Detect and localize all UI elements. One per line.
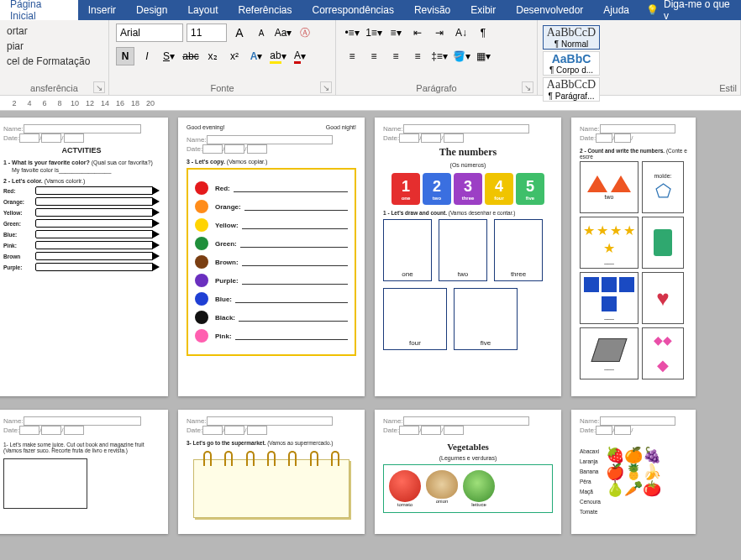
tab-inserir[interactable]: Inserir xyxy=(78,0,126,20)
indent-button[interactable]: ⇥ xyxy=(430,24,449,42)
cut-button[interactable]: ortar xyxy=(7,24,102,39)
style-corpo[interactable]: AaBbC ¶ Corpo d... xyxy=(543,51,600,76)
draw-grid: one two three four five xyxy=(383,219,553,350)
bullets-button[interactable]: •≡▾ xyxy=(343,24,361,42)
ruler-tick: 18 xyxy=(128,99,143,107)
greetings: Good evening!Good night! xyxy=(187,124,356,130)
ruler[interactable]: 2 4 6 8 10 12 14 16 18 20 xyxy=(0,96,741,111)
clear-formatting-button[interactable]: Ⓐ xyxy=(296,24,314,42)
style-normal[interactable]: AaBbCcD ¶ Normal xyxy=(543,25,600,50)
tab-correspondencias[interactable]: Correspondências xyxy=(302,0,404,20)
align-left-button[interactable]: ≡ xyxy=(343,47,361,65)
subscript-button[interactable]: x₂ xyxy=(203,47,222,65)
numbers-title: The numbers xyxy=(383,146,553,159)
strike-button[interactable]: abc xyxy=(181,47,200,65)
strike-icon: abc xyxy=(182,50,198,62)
ruler-tick: 10 xyxy=(67,99,82,107)
q-draw: 1 - Let's draw and count. (Vamos desenha… xyxy=(383,210,553,216)
veg-title: Vegetables xyxy=(383,442,553,452)
case-icon: Aa xyxy=(275,27,287,39)
justify-button[interactable]: ≡ xyxy=(408,47,427,65)
borders-button[interactable]: ▦▾ xyxy=(474,47,492,65)
sort-icon: A↓ xyxy=(455,27,467,39)
veg-grid: tomato onion lettuce xyxy=(383,464,553,513)
page-header: Name: Date:// xyxy=(580,416,687,435)
document-workspace[interactable]: Name: Date:// ACTVITIES 1 - What is your… xyxy=(0,111,741,560)
style-paragraf[interactable]: AaBbCcD ¶ Parágraf... xyxy=(543,77,600,102)
font-launcher[interactable]: ↘ xyxy=(320,81,332,93)
ribbon-tabs: Página Inicial Inserir Design Layout Ref… xyxy=(0,0,741,20)
pilcrow-icon: ¶ xyxy=(481,27,486,39)
page-thumb-fruits[interactable]: Name: Date:// AbacaxiLaranjaBanana PêraM… xyxy=(571,410,696,534)
bulb-icon: 💡 xyxy=(646,4,659,16)
style-normal-label: ¶ Normal xyxy=(554,39,588,49)
tab-revisao[interactable]: Revisão xyxy=(404,0,460,20)
highlight-button[interactable]: ab▾ xyxy=(269,47,287,65)
align-right-button[interactable]: ≡ xyxy=(386,47,405,65)
ruler-tick: 6 xyxy=(37,99,52,107)
tab-exibir[interactable]: Exibir xyxy=(460,0,506,20)
underline-icon: S xyxy=(163,50,170,62)
change-case-button[interactable]: Aa▾ xyxy=(274,24,292,42)
shrink-font-button[interactable]: A xyxy=(252,24,271,42)
page-header: Name: Date:// xyxy=(187,416,356,435)
tab-referencias[interactable]: Referências xyxy=(228,0,302,20)
q3: 3 - Let's copy. (Vamos copiar.) xyxy=(187,159,356,165)
tell-me[interactable]: 💡 Diga-me o que v xyxy=(639,0,741,22)
tab-desenvolvedor[interactable]: Desenvolvedor xyxy=(506,0,593,20)
text-effects-button[interactable]: A▾ xyxy=(247,47,265,65)
ruler-tick: 4 xyxy=(22,99,37,107)
font-color-button[interactable]: A▾ xyxy=(291,47,309,65)
page-thumb-colors[interactable]: Good evening!Good night! Name: Date:// 3… xyxy=(178,118,365,396)
q-count: 2 - Count and write the numbers. (Conte … xyxy=(580,148,687,160)
show-marks-button[interactable]: ¶ xyxy=(474,24,492,42)
clipboard-launcher[interactable]: ↘ xyxy=(93,81,105,93)
copy-button[interactable]: piar xyxy=(7,39,102,54)
style-paragraf-label: ¶ Parágraf... xyxy=(549,92,595,101)
shading-button[interactable]: 🪣▾ xyxy=(452,47,470,65)
page-thumb-juice[interactable]: Name: Date:// 1- Let's make some juice. … xyxy=(0,410,168,534)
ruler-tick: 16 xyxy=(113,99,128,107)
line-spacing-button[interactable]: ‡≡▾ xyxy=(430,47,449,65)
multilevel-icon: ≡ xyxy=(390,27,396,39)
q-super: 3- Let's go to the supermarket. (Vamos a… xyxy=(187,440,356,446)
align-center-button[interactable]: ≡ xyxy=(365,47,383,65)
paragraph-launcher[interactable]: ↘ xyxy=(522,81,533,93)
a1: My favoite color is________________ xyxy=(12,167,160,173)
superscript-button[interactable]: x² xyxy=(225,47,244,65)
page-header: Name: Date:// xyxy=(3,416,160,435)
page-thumb-activities[interactable]: Name: Date:// ACTVITIES 1 - What is your… xyxy=(0,118,168,396)
font-color-icon: A xyxy=(294,50,301,64)
numbering-button[interactable]: 1≡▾ xyxy=(365,24,383,42)
page-thumb-shapes[interactable]: Name: Date:// 2 - Count and write the nu… xyxy=(571,118,696,396)
page-thumb-numbers[interactable]: Name: Date:// The numbers (Os números) 1… xyxy=(375,118,561,396)
grow-font-button[interactable]: A xyxy=(230,24,249,42)
page-header: Name: Date:// xyxy=(383,416,553,435)
eraser-icon: Ⓐ xyxy=(300,26,310,40)
q2: 2 - Let's color. (Vamos colorir.) xyxy=(3,178,160,184)
font-size-combo[interactable] xyxy=(187,24,227,42)
italic-button[interactable]: I xyxy=(138,47,156,65)
page-thumb-vegetables[interactable]: Name: Date:// Vegetables (Legumes e verd… xyxy=(375,410,561,534)
group-paragraph: •≡▾ 1≡▾ ≡▾ ⇤ ⇥ A↓ ¶ ≡ ≡ ≡ ≡ ‡≡▾ 🪣▾ ▦▾ Pa… xyxy=(336,20,538,95)
pencil-list: Red: Orange: Yellow: Green: Blue: Pink: … xyxy=(3,186,160,271)
format-painter-button[interactable]: cel de Formatação xyxy=(7,54,102,69)
tell-me-label: Diga-me o que v xyxy=(664,0,734,22)
tab-ajuda[interactable]: Ajuda xyxy=(593,0,639,20)
veg-sub: (Legumes e verduras) xyxy=(383,455,553,461)
underline-button[interactable]: S▾ xyxy=(160,47,178,65)
group-label-paragraph: Parágrafo xyxy=(336,83,537,93)
sort-button[interactable]: A↓ xyxy=(452,24,470,42)
group-clipboard: ortar piar cel de Formatação ansferência… xyxy=(0,20,109,95)
outdent-button[interactable]: ⇤ xyxy=(408,24,427,42)
font-name-combo[interactable] xyxy=(116,24,183,42)
number-cards: 1one 2two 3three 4four 5five xyxy=(383,173,553,205)
multilevel-button[interactable]: ≡▾ xyxy=(386,24,405,42)
bold-button[interactable]: N xyxy=(116,47,134,65)
tab-pagina-inicial[interactable]: Página Inicial xyxy=(0,0,78,20)
line-spacing-icon: ‡≡ xyxy=(431,50,443,62)
align-center-icon: ≡ xyxy=(370,50,376,62)
tab-design[interactable]: Design xyxy=(126,0,177,20)
page-thumb-supermarket[interactable]: Name: Date:// 3- Let's go to the superma… xyxy=(178,410,365,534)
tab-layout[interactable]: Layout xyxy=(177,0,228,20)
